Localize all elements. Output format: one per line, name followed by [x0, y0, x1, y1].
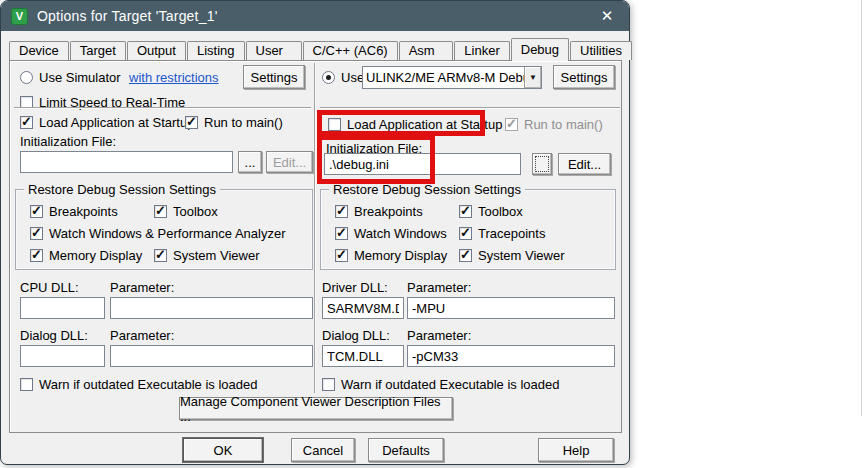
run-to-main-label: Run to main()	[204, 115, 283, 130]
dialog-dll-input-right[interactable]	[322, 345, 404, 367]
manage-component-viewer-button[interactable]: Manage Component Viewer Description File…	[179, 397, 453, 420]
driver-param-label: Parameter:	[407, 280, 471, 295]
dialog-param-input-left[interactable]	[110, 345, 313, 367]
checkbox-label: System Viewer	[173, 248, 259, 263]
checkbox-label: Toolbox	[478, 204, 523, 219]
checkbox-box	[154, 205, 167, 218]
checkbox-label: Toolbox	[173, 204, 218, 219]
screenshot-canvas: V Options for Target 'Target_1' ✕ Device…	[0, 0, 865, 468]
tab-strip: Device Target Output Listing User C/C++ …	[9, 38, 633, 60]
help-button[interactable]: Help	[538, 438, 614, 462]
checkbox-label: Memory Display	[354, 248, 447, 263]
dialog-param-label-right: Parameter:	[407, 328, 471, 343]
checkbox-box	[459, 249, 472, 262]
checkbox-box	[20, 116, 33, 129]
checkbox-label: Watch Windows & Performance Analyzer	[49, 226, 286, 241]
cpu-dll-input[interactable]	[20, 297, 105, 319]
system-viewer-checkbox-right[interactable]: System Viewer	[459, 247, 564, 263]
edit-button-right[interactable]: Edit...	[558, 153, 611, 175]
tab-device[interactable]: Device	[9, 41, 69, 60]
checkbox-box	[30, 227, 43, 240]
checkbox-box	[459, 205, 472, 218]
close-icon[interactable]: ✕	[585, 1, 629, 31]
load-app-checkbox-left[interactable]: Load Application at Startup	[20, 114, 194, 130]
toolbox-checkbox-right[interactable]: Toolbox	[459, 203, 523, 219]
debugger-settings-button[interactable]: Settings	[553, 65, 615, 89]
checkbox-box	[322, 378, 335, 391]
driver-dll-input[interactable]	[322, 297, 404, 319]
tab-target[interactable]: Target	[70, 41, 126, 60]
checkbox-label: Breakpoints	[49, 204, 118, 219]
run-to-main-label-right: Run to main()	[524, 117, 603, 132]
driver-param-input[interactable]	[407, 297, 615, 319]
tab-debug[interactable]: Debug	[511, 38, 569, 61]
checkbox-box	[459, 227, 472, 240]
driver-dll-label: Driver DLL:	[322, 280, 388, 295]
load-app-label: Load Application at Startup	[39, 115, 194, 130]
radio-circle	[20, 71, 33, 84]
uvision-logo-icon: V	[11, 8, 28, 25]
tracepoints-checkbox-right[interactable]: Tracepoints	[459, 225, 545, 241]
edit-button-left[interactable]: Edit...	[266, 151, 313, 173]
warn-checkbox-left[interactable]: Warn if outdated Executable is loaded	[20, 376, 258, 392]
run-to-main-checkbox-right[interactable]: Run to main()	[505, 116, 603, 132]
left-separator-line	[14, 107, 311, 108]
watch-windows-checkbox-left[interactable]: Watch Windows & Performance Analyzer	[30, 225, 286, 241]
checkbox-box	[30, 249, 43, 262]
watch-windows-checkbox-right[interactable]: Watch Windows	[335, 225, 447, 241]
run-to-main-checkbox-left[interactable]: Run to main()	[185, 114, 283, 130]
dialog-dll-label-right: Dialog DLL:	[322, 328, 390, 343]
cpu-param-input[interactable]	[110, 297, 313, 319]
cancel-button[interactable]: Cancel	[291, 438, 355, 462]
warn-label-left: Warn if outdated Executable is loaded	[39, 377, 258, 392]
checkbox-label: Breakpoints	[354, 204, 423, 219]
tab-listing[interactable]: Listing	[187, 41, 245, 60]
use-simulator-label: Use Simulator	[39, 70, 121, 85]
debugger-select[interactable]: ULINK2/ME ARMv8-M Debugg ▼	[362, 66, 542, 89]
dialog-dll-input-left[interactable]	[20, 345, 105, 367]
checkbox-box	[328, 118, 341, 131]
restore-group-right: Restore Debug Session Settings Breakpoin…	[320, 189, 616, 270]
tab-output[interactable]: Output	[127, 41, 186, 60]
breakpoints-checkbox-right[interactable]: Breakpoints	[335, 203, 423, 219]
memory-display-checkbox-left[interactable]: Memory Display	[30, 247, 142, 263]
tab-user[interactable]: User	[246, 41, 302, 60]
memory-display-checkbox-right[interactable]: Memory Display	[335, 247, 447, 263]
system-viewer-checkbox-left[interactable]: System Viewer	[154, 247, 259, 263]
init-file-input-left[interactable]	[20, 151, 233, 173]
tab-asm[interactable]: Asm	[399, 41, 454, 60]
load-app-checkbox-right[interactable]: Load Application at Startup	[328, 116, 502, 132]
window-title: Options for Target 'Target_1'	[37, 8, 218, 24]
title-bar[interactable]: V Options for Target 'Target_1' ✕	[1, 1, 629, 31]
defaults-button[interactable]: Defaults	[368, 438, 444, 462]
radio-circle	[322, 71, 335, 84]
browse-button-left[interactable]: ...	[238, 151, 262, 173]
checkbox-box	[335, 227, 348, 240]
restore-group-left: Restore Debug Session Settings Breakpoin…	[15, 189, 313, 270]
restore-group-title-right: Restore Debug Session Settings	[329, 182, 525, 197]
breakpoints-checkbox-left[interactable]: Breakpoints	[30, 203, 118, 219]
dialog-param-label-left: Parameter:	[110, 328, 174, 343]
checkbox-box	[335, 249, 348, 262]
with-restrictions-link[interactable]: with restrictions	[129, 70, 219, 85]
tab-linker[interactable]: Linker	[454, 41, 509, 60]
checkbox-label: System Viewer	[478, 248, 564, 263]
dialog-dll-label-left: Dialog DLL:	[20, 328, 88, 343]
chevron-down-icon[interactable]: ▼	[524, 67, 541, 88]
tab-ccpp-ac6[interactable]: C/C++ (AC6)	[303, 41, 398, 60]
load-app-label-right: Load Application at Startup	[347, 117, 502, 132]
tab-utilities[interactable]: Utilities	[570, 41, 632, 60]
init-file-input-right[interactable]	[324, 153, 521, 175]
warn-checkbox-right[interactable]: Warn if outdated Executable is loaded	[322, 376, 560, 392]
checkbox-box	[30, 205, 43, 218]
toolbox-checkbox-left[interactable]: Toolbox	[154, 203, 218, 219]
checkbox-box	[335, 205, 348, 218]
ok-button[interactable]: OK	[183, 438, 263, 462]
browse-button-right[interactable]	[532, 153, 552, 175]
use-debugger-radio[interactable]: Use:	[322, 69, 368, 85]
restore-group-title-left: Restore Debug Session Settings	[24, 182, 220, 197]
simulator-settings-button[interactable]: Settings	[243, 65, 305, 89]
screen-edge-line	[861, 0, 862, 416]
dialog-param-input-right[interactable]	[407, 345, 615, 367]
use-simulator-radio[interactable]: Use Simulator	[20, 69, 121, 85]
